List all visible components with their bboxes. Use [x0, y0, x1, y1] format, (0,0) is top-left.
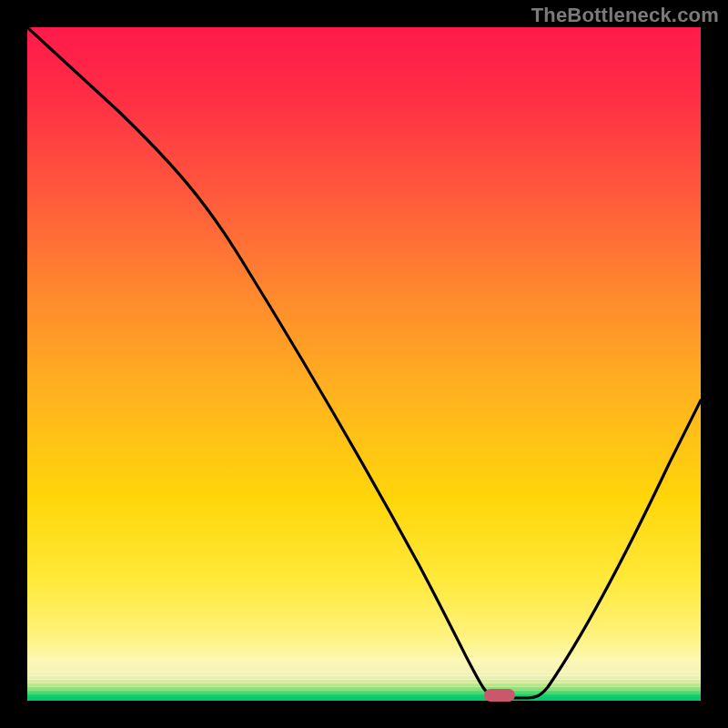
watermark-text: TheBottleneck.com	[531, 4, 719, 27]
gradient-plot-area	[27, 27, 701, 701]
optimum-marker	[484, 689, 515, 702]
chart-canvas: TheBottleneck.com	[0, 0, 728, 728]
